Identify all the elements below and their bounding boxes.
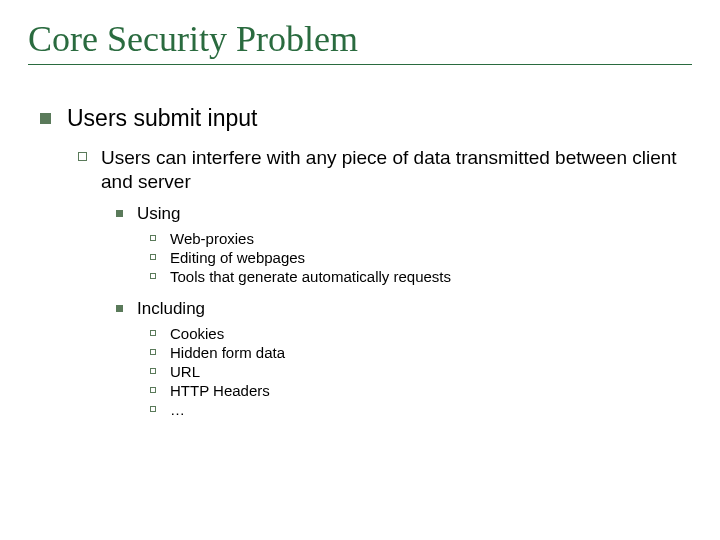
square-small-bullet-icon xyxy=(116,305,123,312)
square-tiny-bullet-icon xyxy=(150,349,156,355)
bullet-text-l4: Tools that generate automatically reques… xyxy=(170,268,451,285)
list-item: … xyxy=(150,401,692,418)
bullet-text-l4: Cookies xyxy=(170,325,224,342)
list-item: Editing of webpages xyxy=(150,249,692,266)
square-tiny-bullet-icon xyxy=(150,235,156,241)
bullet-text-l4: Hidden form data xyxy=(170,344,285,361)
title-underline xyxy=(28,64,692,65)
square-tiny-bullet-icon xyxy=(150,368,156,374)
bullet-text-l4: Editing of webpages xyxy=(170,249,305,266)
bullet-text-l1: Users submit input xyxy=(67,105,257,132)
list-item: Cookies xyxy=(150,325,692,342)
list-item: URL xyxy=(150,363,692,380)
list-item: Users can interfere with any piece of da… xyxy=(78,146,692,194)
bullet-text-l4: URL xyxy=(170,363,200,380)
list-item: Including xyxy=(116,299,692,319)
square-tiny-bullet-icon xyxy=(150,387,156,393)
square-tiny-bullet-icon xyxy=(150,254,156,260)
slide-title: Core Security Problem xyxy=(28,18,692,60)
list-item: Hidden form data xyxy=(150,344,692,361)
bullet-text-l3: Including xyxy=(137,299,205,319)
bullet-text-l4: Web-proxies xyxy=(170,230,254,247)
list-item: Web-proxies xyxy=(150,230,692,247)
bullet-text-l3: Using xyxy=(137,204,180,224)
square-open-bullet-icon xyxy=(78,152,87,161)
bullet-text-l4: HTTP Headers xyxy=(170,382,270,399)
list-item: HTTP Headers xyxy=(150,382,692,399)
square-tiny-bullet-icon xyxy=(150,330,156,336)
list-item: Tools that generate automatically reques… xyxy=(150,268,692,285)
bullet-text-l4: … xyxy=(170,401,185,418)
square-bullet-icon xyxy=(40,113,51,124)
bullet-text-l2: Users can interfere with any piece of da… xyxy=(101,146,692,194)
list-item: Using xyxy=(116,204,692,224)
square-tiny-bullet-icon xyxy=(150,406,156,412)
square-tiny-bullet-icon xyxy=(150,273,156,279)
square-small-bullet-icon xyxy=(116,210,123,217)
list-item: Users submit input xyxy=(40,105,692,132)
